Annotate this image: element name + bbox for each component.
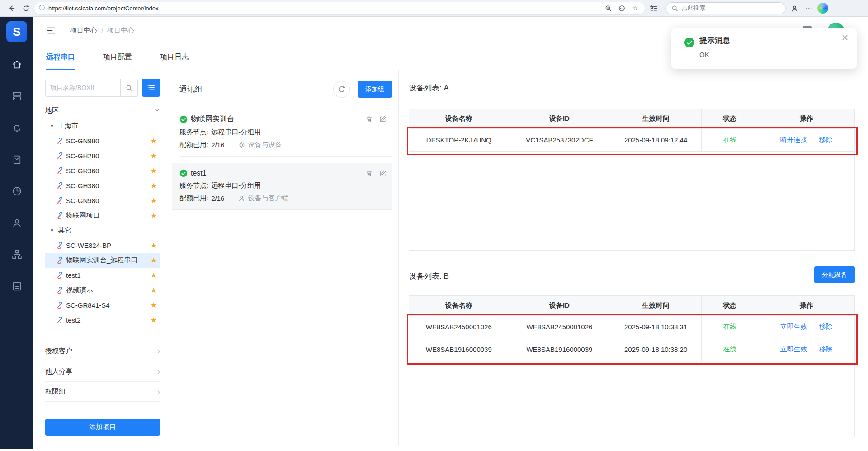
browser-search[interactable]: 点此搜索 — [665, 2, 786, 14]
device-cell: WE8SAB2450001026 — [509, 316, 611, 338]
column-header: 生效时间 — [610, 109, 702, 128]
device-status: 在线 — [702, 316, 758, 338]
add-group-button[interactable]: 添加组 — [358, 81, 392, 98]
action-link[interactable]: 立即生效 — [780, 323, 807, 331]
star-icon[interactable]: ★ — [151, 181, 157, 190]
project-item[interactable]: SC-GR841-S4 ★ — [45, 298, 160, 313]
online-check-icon — [179, 169, 188, 177]
region-header[interactable]: 地区 — [45, 102, 160, 119]
action-link[interactable]: 立即生效 — [780, 345, 807, 354]
tab-project-log[interactable]: 项目日志 — [160, 44, 189, 70]
action-link[interactable]: 断开连接 — [780, 136, 807, 144]
panel-section[interactable]: 权限组 › — [45, 381, 160, 402]
node-value: 远程串口-分组用 — [211, 181, 261, 190]
zoom-icon[interactable] — [603, 5, 613, 12]
nav-org-icon[interactable] — [0, 238, 33, 270]
star-icon[interactable]: ★ — [151, 301, 157, 309]
tab-project-config[interactable]: 项目配置 — [103, 44, 132, 70]
browser-menu-icon[interactable]: ⋯ — [803, 2, 815, 14]
project-item[interactable]: test1 ★ — [45, 268, 160, 283]
project-item[interactable]: SC-WE824-BP ★ — [45, 238, 160, 253]
project-item-label: test2 — [66, 316, 81, 324]
project-item[interactable]: SC-GN980 ★ — [45, 133, 160, 148]
address-bar[interactable]: ⓘ https://iiot.scicala.com/projectCenter… — [34, 2, 645, 14]
device-cell: VC1SAB2537302DCF — [509, 129, 611, 151]
project-item[interactable]: SC-GH380 ★ — [45, 178, 160, 193]
refresh-icon[interactable] — [20, 2, 32, 14]
refresh-button[interactable] — [333, 81, 350, 98]
star-icon[interactable]: ★ — [151, 271, 157, 280]
add-project-button[interactable]: 添加项目 — [45, 419, 160, 436]
favorites-bar-icon[interactable] — [647, 2, 659, 14]
tab-remote-serial[interactable]: 远程串口 — [46, 44, 75, 70]
project-item-label: test1 — [66, 271, 81, 279]
tree-group[interactable]: ▼ 其它 — [45, 223, 160, 238]
panel-section[interactable]: 授权客户 › — [45, 341, 160, 361]
nav-tasks-icon[interactable] — [0, 143, 33, 175]
edit-icon[interactable] — [379, 115, 387, 123]
nav-analytics-icon[interactable] — [0, 175, 33, 207]
assign-device-button[interactable]: 分配设备 — [814, 266, 855, 283]
device-row: DESKTOP-2KJ7UNQVC1SAB2537302DCF2025-09-1… — [409, 129, 854, 152]
comm-group-card[interactable]: test1 服务节点: 远程串口-分组用 配额已用: 2/16 设备与客户端 — [172, 163, 392, 210]
copilot-icon[interactable] — [817, 3, 828, 14]
star-icon[interactable]: ★ — [151, 316, 157, 324]
nav-devices-icon[interactable] — [0, 80, 33, 112]
action-link[interactable]: 移除 — [819, 345, 833, 354]
device-row: WE8SAB1916000039WE8SAB19160000392025-09-… — [409, 338, 854, 361]
project-item[interactable]: 物联网项目 ★ — [45, 208, 160, 223]
quota-value: 2/16 — [211, 141, 224, 149]
project-item[interactable]: SC-GR360 ★ — [45, 163, 160, 178]
serial-link-icon — [57, 182, 63, 189]
favorite-star-icon[interactable]: ☆ — [630, 5, 640, 12]
site-info-icon[interactable]: ⓘ — [39, 4, 45, 12]
star-icon[interactable]: ★ — [151, 241, 157, 250]
collapse-menu-icon[interactable] — [46, 25, 57, 36]
star-icon[interactable]: ★ — [151, 211, 157, 220]
breadcrumb-root[interactable]: 项目中心 — [70, 26, 97, 35]
star-icon[interactable]: ★ — [151, 137, 157, 145]
breadcrumb: 项目中心 / 项目中心 — [70, 26, 134, 35]
search-icon — [671, 5, 678, 12]
close-icon[interactable]: ✕ — [841, 33, 849, 43]
project-item[interactable]: SC-GN980 ★ — [45, 193, 160, 208]
star-icon[interactable]: ★ — [151, 256, 157, 265]
nav-logs-icon[interactable] — [0, 270, 33, 302]
nav-user-icon[interactable] — [0, 207, 33, 238]
project-item[interactable]: 视频演示 ★ — [45, 283, 160, 298]
project-search-input[interactable] — [46, 79, 120, 96]
column-header: 生效时间 — [610, 296, 702, 315]
filter-button[interactable] — [142, 79, 160, 97]
serial-link-icon — [57, 167, 63, 174]
back-icon[interactable] — [5, 2, 17, 14]
tree-group[interactable]: ▼ 上海市 — [45, 119, 160, 133]
comm-group-card[interactable]: 物联网实训台 服务节点: 远程串口-分组用 配额已用: 2/16 设备与设备 — [179, 109, 392, 157]
action-link[interactable]: 移除 — [819, 323, 833, 331]
nav-home-icon[interactable] — [0, 48, 33, 80]
delete-icon[interactable] — [365, 115, 373, 123]
search-icon[interactable] — [120, 79, 137, 96]
star-icon[interactable]: ★ — [151, 286, 157, 294]
chevron-down-icon — [154, 107, 160, 114]
region-label: 地区 — [45, 106, 59, 115]
star-icon[interactable]: ★ — [151, 152, 157, 160]
panel-section[interactable]: 他人分享 › — [45, 361, 160, 381]
divider — [231, 195, 231, 202]
project-item-label: SC-GN980 — [66, 197, 99, 204]
delete-icon[interactable] — [365, 170, 373, 177]
star-icon[interactable]: ★ — [151, 166, 157, 175]
device-cell: WE8SAB1916000039 — [409, 338, 509, 361]
project-item[interactable]: SC-GH280 ★ — [45, 148, 160, 163]
app-logo[interactable]: S — [6, 21, 27, 42]
caret-down-icon: ▼ — [50, 123, 54, 128]
action-link[interactable]: 移除 — [819, 136, 833, 144]
project-search[interactable] — [45, 79, 138, 97]
project-item[interactable]: test2 ★ — [45, 313, 160, 328]
project-item[interactable]: 物联网实训台_远程串口 ★ — [45, 253, 160, 268]
reader-mode-icon[interactable] — [617, 5, 627, 12]
star-icon[interactable]: ★ — [151, 196, 157, 205]
profile-icon[interactable] — [788, 2, 800, 14]
edit-icon[interactable] — [379, 170, 387, 177]
device-cell: DESKTOP-2KJ7UNQ — [409, 129, 509, 151]
nav-alerts-icon[interactable] — [0, 112, 33, 143]
